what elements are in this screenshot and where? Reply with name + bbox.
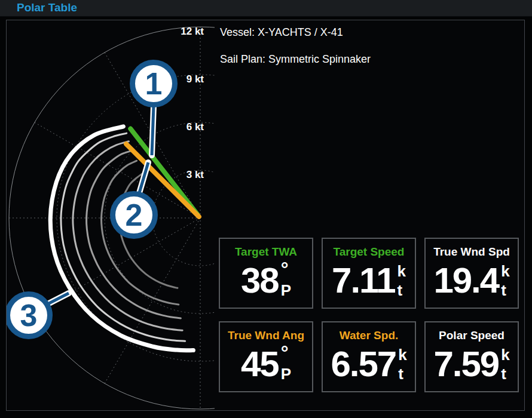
callout-1-label: 1 <box>145 66 163 101</box>
unit-bottom: t <box>398 284 406 297</box>
metric-units: ° P <box>281 264 291 297</box>
metric-target-twa[interactable]: Target TWA 38 ° P <box>219 238 313 309</box>
title-bar: Polar Table <box>0 0 532 17</box>
ring-label-12kt: 12 kt <box>181 26 204 37</box>
metric-units: k t <box>501 348 509 381</box>
metric-label: Target Speed <box>334 245 405 259</box>
chartplotter-screen: Polar Table 1233 kt6 kt9 kt12 kt Vessel:… <box>0 0 532 418</box>
metric-value: 6.57 k t <box>331 348 406 381</box>
metric-value: 19.4 k t <box>433 264 509 297</box>
metric-number: 38 <box>241 264 279 297</box>
callout-1-leader <box>152 106 154 155</box>
metric-target-speed[interactable]: Target Speed 7.11 k t <box>322 238 416 309</box>
callout-2-label: 2 <box>126 198 143 232</box>
unit-top: k <box>501 265 509 278</box>
metric-value: 7.59 k t <box>433 348 509 381</box>
unit-top: k <box>398 265 406 278</box>
metric-number: 45 <box>241 348 279 381</box>
unit-bottom: t <box>501 367 509 381</box>
metric-units: k t <box>501 264 509 297</box>
callout-2-leader <box>139 162 148 193</box>
metric-units: k t <box>398 264 406 297</box>
metric-water-speed[interactable]: Water Spd. 6.57 k t <box>322 321 416 392</box>
metric-polar-speed[interactable]: Polar Speed 7.59 k t <box>424 321 519 392</box>
ring-label-6kt: 6 kt <box>186 121 204 133</box>
unit-bottom: P <box>281 284 291 297</box>
metric-units: k t <box>398 348 406 381</box>
metric-number: 19.4 <box>433 264 499 297</box>
metric-label: Water Spd. <box>340 329 399 342</box>
metric-label: Polar Speed <box>439 329 505 342</box>
unit-bottom: t <box>398 367 406 381</box>
unit-top: k <box>501 348 509 362</box>
unit-top: ° <box>281 263 291 275</box>
metric-value: 45 ° P <box>241 348 291 381</box>
metric-label: Target TWA <box>235 245 297 259</box>
metric-label: True Wnd Spd <box>433 245 510 259</box>
metric-number: 7.11 <box>332 264 395 297</box>
unit-top: ° <box>281 347 291 359</box>
callout-3-label: 3 <box>20 298 38 333</box>
metric-value: 38 ° P <box>241 264 291 297</box>
page-title: Polar Table <box>17 0 77 16</box>
polar-table-panel: 1233 kt6 kt9 kt12 kt Vessel: X-YACHTS / … <box>6 20 525 411</box>
metric-number: 6.57 <box>331 348 396 381</box>
sail-plan-info: Sail Plan: Symmetric Spinnaker <box>220 53 371 66</box>
unit-bottom: t <box>501 284 509 297</box>
ring-3kt <box>152 170 215 266</box>
metric-true-wind-speed[interactable]: True Wnd Spd 19.4 k t <box>424 238 519 309</box>
metric-label: True Wnd Ang <box>228 329 304 342</box>
callout-3-leader <box>49 293 69 303</box>
vessel-info: Vessel: X-YACHTS / X-41 <box>220 26 343 39</box>
unit-bottom: P <box>281 367 291 381</box>
metrics-grid: Target TWA 38 ° P Target Speed 7.11 k t <box>219 238 519 392</box>
polar-chart: 1233 kt6 kt9 kt12 kt <box>7 20 215 410</box>
radial-150deg <box>105 218 200 383</box>
polar-curve-reference-1 <box>61 133 185 341</box>
ring-label-9kt: 9 kt <box>186 73 204 85</box>
unit-top: k <box>398 348 406 362</box>
ring-label-3kt: 3 kt <box>186 169 204 180</box>
metric-units: ° P <box>281 348 291 381</box>
metric-number: 7.59 <box>433 348 499 381</box>
metric-true-wind-angle[interactable]: True Wnd Ang 45 ° P <box>219 321 313 392</box>
metric-value: 7.11 k t <box>332 264 406 297</box>
